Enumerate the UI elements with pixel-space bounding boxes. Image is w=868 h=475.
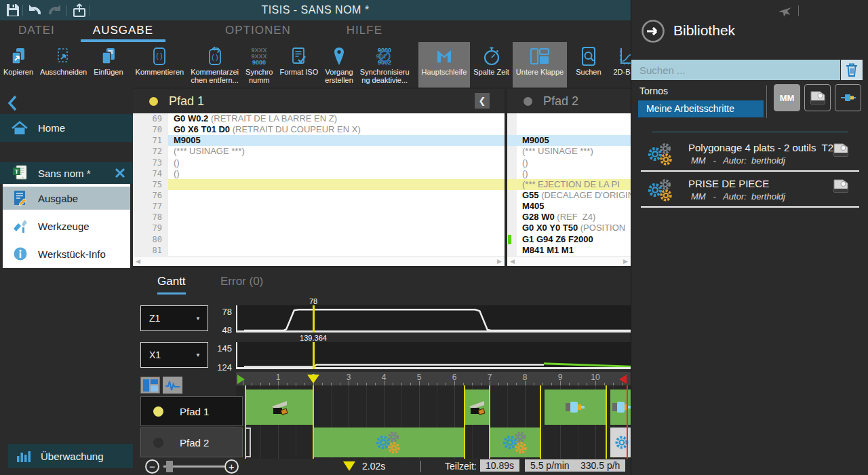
clear-search-button[interactable] xyxy=(841,60,863,80)
collapse-panel-chevron-icon[interactable]: ❮ xyxy=(475,93,490,109)
code-line[interactable] xyxy=(517,124,631,135)
tab-error[interactable]: Error (0) xyxy=(220,275,263,288)
end-marker-icon[interactable] xyxy=(619,375,627,384)
gantt-row-label-pfad1[interactable]: Pfad 1 xyxy=(140,396,243,426)
code-line[interactable]: M9005 xyxy=(517,135,631,146)
sidebar-collapse-chevron-icon[interactable] xyxy=(5,94,20,112)
code-lines[interactable]: G0 W0.2 (RETRAIT DE LA BARRE EN Z)G0 X6 … xyxy=(168,113,505,256)
ribbon-toolbar: KopierenAusschneidenEinfügen( )Kommentie… xyxy=(0,42,631,88)
unit-mm-button[interactable]: MM xyxy=(774,84,800,111)
axis-select-z1[interactable]: Z1 ▼ xyxy=(140,305,208,331)
zoom-out-button[interactable]: − xyxy=(145,459,159,474)
menu-item-optionen[interactable]: OPTIONEN xyxy=(213,20,303,42)
code-line[interactable]: M9005 xyxy=(168,135,505,146)
code-line[interactable]: M405 xyxy=(517,201,631,212)
sidebar-document-tab[interactable]: T Sans nom * xyxy=(0,162,133,184)
toolbar-button-synchronisieru[interactable]: 90009019002Synchronisierung deaktivie... xyxy=(357,42,413,88)
code-lines[interactable]: M9005(*** USINAGE ***)()()(*** EJECTION … xyxy=(517,113,631,256)
cycle-end-line xyxy=(627,385,628,459)
code-line[interactable]: G0 X6 T01 D0 (RETRAIT DU COUPEUR EN X) xyxy=(168,124,505,135)
library-category-selected[interactable]: Meine Arbeitsschritte xyxy=(638,100,764,117)
gantt-block-pfad1[interactable] xyxy=(245,390,313,425)
library-search-input[interactable] xyxy=(631,60,840,80)
code-line[interactable] xyxy=(168,245,505,256)
toolbar-button-kommentarzei[interactable]: ( )Kommentarzeichen entfern... xyxy=(187,42,242,88)
gantt-block-pfad2[interactable] xyxy=(313,428,465,457)
code-area[interactable]: M9005(*** USINAGE ***)()()(*** EJECTION … xyxy=(507,113,631,256)
code-line[interactable]: () xyxy=(517,157,631,168)
code-line[interactable]: () xyxy=(517,168,631,179)
code-line[interactable]: G0 W0.2 (RETRAIT DE LA BARRE EN Z) xyxy=(168,113,505,124)
code-line[interactable] xyxy=(168,212,505,223)
close-document-icon[interactable] xyxy=(114,167,126,179)
code-line[interactable] xyxy=(168,223,505,233)
code-area[interactable]: 69707172737475767778798081G0 W0.2 (RETRA… xyxy=(133,113,505,256)
toolbar-button-kommentieren[interactable]: ( )Kommentieren xyxy=(132,42,188,88)
code-line[interactable]: G0 X0 Y0 T50 (POSITION xyxy=(517,223,631,233)
toolbar-button-vorgang[interactable]: Vorgangerstellen xyxy=(321,42,357,88)
scroll-right-icon[interactable]: ▶ xyxy=(497,258,502,265)
toolbar-button-2d-bahn[interactable]: 2D-Bahn xyxy=(610,42,631,88)
zoom-in-button[interactable]: + xyxy=(224,459,239,474)
sidebar-item-werkstück-info[interactable]: Werkstück-Info xyxy=(3,242,130,265)
code-line[interactable]: () xyxy=(168,157,505,168)
machine-filter-button[interactable] xyxy=(804,84,831,111)
gantt-block-pfad1[interactable] xyxy=(465,390,490,425)
scroll-right-icon[interactable]: ▶ xyxy=(623,258,628,265)
code-line[interactable] xyxy=(168,179,505,190)
start-marker-icon[interactable] xyxy=(237,375,245,384)
gantt-row-label-pfad2[interactable]: Pfad 2 xyxy=(140,428,243,457)
toolbar-button-label: Kopieren xyxy=(3,68,33,76)
chart-cursor-line[interactable] xyxy=(313,305,315,332)
toolbar-button-hauptschleife[interactable]: Hauptschleife xyxy=(418,42,471,88)
code-line[interactable] xyxy=(168,190,505,201)
zoom-slider-handle[interactable] xyxy=(166,461,173,472)
gantt-status-bar: − + 2.02s Teilzeit: 10.89s 5.5 p/min 330… xyxy=(133,459,631,475)
sidebar-item-monitoring[interactable]: Überwachung xyxy=(8,444,133,468)
library-item[interactable]: Polygonage 4 plats - 2 outils T21MM - Au… xyxy=(631,139,868,172)
gantt-block-pfad1[interactable] xyxy=(545,390,606,425)
code-line[interactable]: M841 M1 M1 xyxy=(517,245,631,256)
code-line[interactable]: () xyxy=(168,168,505,179)
code-line[interactable]: G55 (DECALAGE D'ORIGIN xyxy=(517,190,631,201)
code-line[interactable] xyxy=(168,234,505,245)
tab-gantt[interactable]: Gantt xyxy=(157,275,186,294)
toolbar-button-suchen[interactable]: Suchen xyxy=(572,42,604,88)
axis-select-x1[interactable]: X1 ▼ xyxy=(140,342,208,368)
menu-item-ausgabe[interactable]: AUSGABE xyxy=(81,20,165,42)
code-line[interactable] xyxy=(168,201,505,212)
toolbar-button-format-iso[interactable]: Format ISO xyxy=(276,42,321,88)
sidebar-item-werkzeuge[interactable]: Werkzeuge xyxy=(3,214,130,238)
code-line[interactable]: G28 W0 (REF Z4) xyxy=(517,212,631,223)
library-item[interactable]: PRISE DE PIECEMM - Autor: bertholdj xyxy=(631,175,868,208)
collapse-panel-arrow-icon[interactable] xyxy=(641,19,665,43)
code-line[interactable]: G1 G94 Z6 F2000 xyxy=(517,234,631,245)
toolbar-button-ausschneiden[interactable]: Ausschneiden xyxy=(37,42,90,88)
cursor-marker-icon[interactable] xyxy=(307,375,319,383)
gantt-block-pfad2[interactable] xyxy=(490,428,540,457)
gantt-view-button[interactable] xyxy=(140,377,160,394)
code-line[interactable]: (*** EJECTION DE LA PI xyxy=(517,179,631,190)
chart-cursor-line[interactable] xyxy=(313,342,315,369)
menu-item-datei[interactable]: DATEI xyxy=(6,20,67,42)
horizontal-scrollbar[interactable]: ◀▶ xyxy=(507,256,631,266)
scroll-left-icon[interactable]: ◀ xyxy=(136,258,140,265)
scroll-left-icon[interactable]: ◀ xyxy=(510,258,515,265)
toolbar-button-untere-klappe[interactable]: Untere Klappe xyxy=(513,42,567,88)
toolbar-button-kopieren[interactable]: Kopieren xyxy=(0,42,37,88)
sidebar-item-home[interactable]: Home xyxy=(0,114,133,142)
menu-item-hilfe[interactable]: HILFE xyxy=(334,20,395,42)
code-line[interactable]: (*** USINAGE ***) xyxy=(168,146,505,157)
tool-filter-button[interactable] xyxy=(835,84,861,111)
cursor-marker-icon[interactable] xyxy=(343,461,355,471)
toolbar-button-einfügen[interactable]: Einfügen xyxy=(90,42,126,88)
sidebar-item-ausgabe[interactable]: Ausgabe xyxy=(3,187,130,210)
toolbar-button-synchro[interactable]: 9XXX9XXX9000Synchronumm xyxy=(242,42,276,88)
code-line[interactable] xyxy=(517,113,631,124)
gantt-time-ruler[interactable]: 12345678910 xyxy=(236,372,631,385)
waveform-view-button[interactable] xyxy=(163,377,182,394)
toolbar-button-spalte-zeit[interactable]: Spalte Zeit xyxy=(470,42,513,88)
airplane-offline-icon[interactable] xyxy=(777,4,792,18)
code-line[interactable]: (*** USINAGE ***) xyxy=(517,146,631,157)
horizontal-scrollbar[interactable]: ◀▶ xyxy=(133,256,505,266)
